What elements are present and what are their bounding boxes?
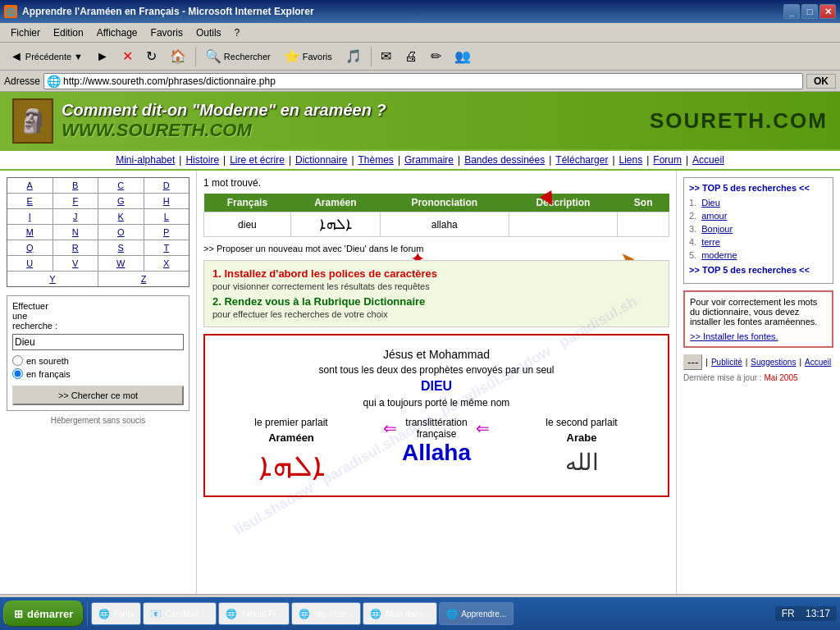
menu-edition[interactable]: Edition bbox=[47, 25, 90, 40]
nav-lire[interactable]: Lire et écrire bbox=[226, 154, 289, 166]
print-button[interactable]: 🖨 bbox=[399, 46, 423, 67]
ad-suggestions[interactable]: Suggestions bbox=[751, 358, 796, 367]
letter-c[interactable]: C bbox=[98, 178, 144, 193]
center-content: 1 mot trouvé. ▲ Français Araméen Prononc… bbox=[197, 171, 676, 594]
letter-p[interactable]: P bbox=[144, 225, 189, 240]
letter-j[interactable]: J bbox=[53, 209, 98, 224]
back-button[interactable]: ◄ Précédente ▼ bbox=[4, 46, 89, 67]
address-icon: 🌐 bbox=[47, 75, 61, 88]
maximize-button[interactable]: □ bbox=[801, 4, 818, 19]
address-input[interactable] bbox=[63, 75, 800, 87]
browser-toolbar: ◄ Précédente ▼ ► ✕ ↻ 🏠 🔍 Rechercher ⭐ Fa… bbox=[0, 43, 840, 71]
top5-word-2[interactable]: amour bbox=[701, 211, 727, 221]
letter-t[interactable]: T bbox=[144, 240, 189, 255]
menu-favoris[interactable]: Favoris bbox=[144, 25, 189, 40]
letter-l[interactable]: L bbox=[144, 209, 189, 224]
arrow-left: ⇐ bbox=[383, 418, 397, 438]
menu-fichier[interactable]: Fichier bbox=[4, 25, 47, 40]
letter-e[interactable]: E bbox=[7, 194, 52, 208]
cell-arameen: ܐܠܗܐ bbox=[290, 212, 380, 237]
instructions-box: 1. Installez d'abord les polices de cara… bbox=[203, 260, 669, 327]
radio-soureth-row: en soureth bbox=[12, 355, 184, 366]
search-button[interactable]: 🔍 Rechercher bbox=[199, 45, 276, 67]
fonts-box: Pour voir correctement les mots du dicti… bbox=[683, 290, 833, 348]
search-button[interactable]: >> Chercher ce mot bbox=[12, 386, 184, 405]
letter-n[interactable]: N bbox=[53, 225, 98, 240]
stop-button[interactable]: ✕ bbox=[116, 45, 139, 67]
go-button[interactable]: OK bbox=[806, 74, 836, 89]
menu-help[interactable]: ? bbox=[228, 25, 247, 40]
letter-i[interactable]: I bbox=[7, 209, 52, 224]
letter-k[interactable]: K bbox=[98, 209, 144, 224]
nav-liens[interactable]: Liens bbox=[615, 154, 647, 166]
search-input[interactable] bbox=[12, 334, 184, 350]
propose-link[interactable]: >> Proposer un nouveau mot avec 'Dieu' d… bbox=[203, 244, 669, 253]
letter-m[interactable]: M bbox=[7, 225, 52, 240]
media-button[interactable]: 🎵 bbox=[340, 45, 368, 67]
col-francais: Français bbox=[204, 194, 291, 212]
top5-word-5[interactable]: moderne bbox=[701, 250, 737, 260]
letter-w[interactable]: W bbox=[98, 256, 144, 271]
refresh-button[interactable]: ↻ bbox=[140, 45, 162, 67]
menu-outils[interactable]: Outils bbox=[189, 25, 228, 40]
discuss-button[interactable]: 👥 bbox=[449, 45, 477, 67]
letter-b[interactable]: B bbox=[53, 178, 98, 193]
top5-word-3[interactable]: Bonjour bbox=[701, 224, 733, 234]
site-logo[interactable]: SOURETH.COM bbox=[650, 108, 828, 134]
letter-q[interactable]: Q bbox=[7, 240, 52, 255]
letter-o[interactable]: O bbox=[98, 225, 144, 240]
step1-text: 1. Installez d'abord les polices de cara… bbox=[212, 267, 660, 292]
favorites-button[interactable]: ⭐ Favoris bbox=[278, 45, 338, 67]
ad-sep: | bbox=[705, 358, 708, 367]
menu-affichage[interactable]: Affichage bbox=[90, 25, 144, 40]
nav-telecharger[interactable]: Télécharger bbox=[551, 154, 612, 166]
radio-soureth[interactable] bbox=[12, 355, 23, 366]
diagram-three-col: le premier parlait Araméen ܐܠܗܐ ⇐ transl… bbox=[217, 417, 655, 483]
nav-accueil[interactable]: Accueil bbox=[688, 154, 728, 166]
search-box: Effectuer une recherche : en soureth en … bbox=[7, 295, 189, 411]
letter-d[interactable]: D bbox=[144, 178, 189, 193]
letter-v[interactable]: V bbox=[53, 256, 98, 271]
site-statue-icon: 🗿 bbox=[12, 98, 53, 144]
dictionary-table: Français Araméen Prononciation Descripti… bbox=[203, 194, 669, 237]
browser-content: 🗿 Comment dit-on "Moderne" en araméen ? … bbox=[0, 92, 840, 597]
letter-z[interactable]: Z bbox=[98, 272, 189, 286]
site-tagline: Comment dit-on "Moderne" en araméen ? WW… bbox=[62, 101, 386, 141]
nav-grammaire[interactable]: Grammaire bbox=[400, 154, 458, 166]
fonts-link[interactable]: >> Installer les fontes. bbox=[690, 331, 827, 341]
site-tagline-main: Comment dit-on "Moderne" en araméen ? bbox=[62, 101, 386, 120]
home-button[interactable]: 🏠 bbox=[164, 45, 192, 67]
ad-accueil[interactable]: Accueil bbox=[805, 358, 831, 367]
top5-word-4[interactable]: terre bbox=[701, 237, 720, 247]
ad-publicite[interactable]: Publicité bbox=[711, 358, 742, 367]
letter-g[interactable]: G bbox=[98, 194, 144, 208]
minimize-button[interactable]: _ bbox=[783, 4, 800, 19]
letter-x[interactable]: X bbox=[144, 256, 189, 271]
ad-btn-dash[interactable]: --- bbox=[683, 354, 702, 370]
mail-button[interactable]: ✉ bbox=[375, 45, 397, 67]
window-controls[interactable]: _ □ ✕ bbox=[783, 4, 836, 19]
radio-francais[interactable] bbox=[12, 368, 23, 379]
letter-s[interactable]: S bbox=[98, 240, 144, 255]
cell-son bbox=[618, 212, 669, 237]
nav-dictionnaire[interactable]: Dictionnaire bbox=[291, 154, 351, 166]
letter-r[interactable]: R bbox=[53, 240, 98, 255]
top5-word-1[interactable]: Dieu bbox=[701, 198, 720, 208]
search-icon: 🔍 bbox=[205, 48, 221, 64]
letter-h[interactable]: H bbox=[144, 194, 189, 208]
toolbar-separator bbox=[195, 47, 196, 66]
letter-a[interactable]: A bbox=[7, 178, 52, 193]
letter-f[interactable]: F bbox=[53, 194, 98, 208]
close-button[interactable]: ✕ bbox=[819, 4, 836, 19]
letter-y[interactable]: Y bbox=[7, 272, 98, 286]
nav-histoire[interactable]: Histoire bbox=[181, 154, 223, 166]
nav-bandes[interactable]: Bandes dessinées bbox=[460, 154, 549, 166]
nav-forum[interactable]: Forum bbox=[649, 154, 686, 166]
address-bar: Adresse 🌐 OK bbox=[0, 71, 840, 92]
letter-u[interactable]: U bbox=[7, 256, 52, 271]
nav-mini-alphabet[interactable]: Mini-alphabet bbox=[112, 154, 179, 166]
forward-button[interactable]: ► bbox=[90, 46, 115, 67]
ad-sep3: | bbox=[799, 358, 801, 367]
nav-themes[interactable]: Thèmes bbox=[354, 154, 398, 166]
edit-button[interactable]: ✏ bbox=[425, 45, 447, 67]
